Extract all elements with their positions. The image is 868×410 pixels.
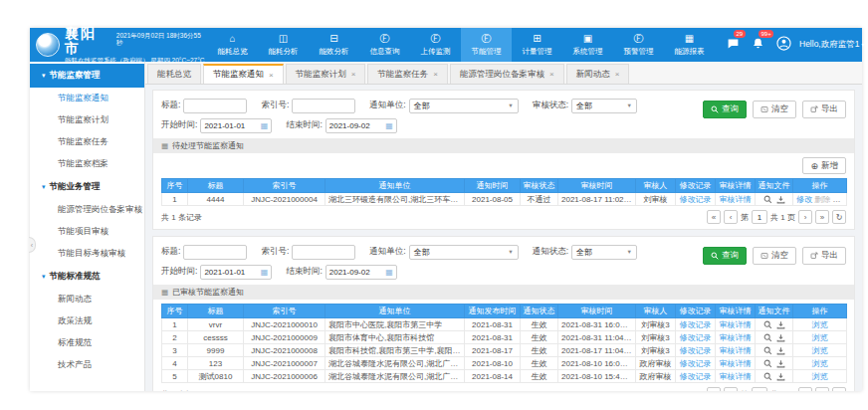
sidebar-item-tech-products[interactable]: 技术产品: [30, 354, 144, 376]
browse-link[interactable]: 浏览: [812, 320, 828, 329]
modify-record-link[interactable]: 修改记录: [680, 346, 712, 355]
pending-clear-button[interactable]: 清空: [753, 101, 796, 118]
nav-item-upload-monitor[interactable]: Ⓕ 上传监测: [410, 28, 461, 62]
nav-item-energy-saving-mgmt[interactable]: Ⓕ 节能管理: [461, 28, 512, 62]
sidebar-item-supervision-task[interactable]: 节能监察任务: [30, 131, 144, 153]
messages-button[interactable]: 29: [727, 36, 740, 54]
audited-notice-status-select[interactable]: 全部▼: [571, 245, 637, 260]
pending-export-button[interactable]: 导出: [802, 101, 846, 118]
sidebar-group-supervision-mgmt[interactable]: ▾ 节能监察管理: [30, 64, 144, 88]
modify-record-link[interactable]: 修改记录: [680, 320, 712, 329]
nav-item-metering-mgmt[interactable]: ⊞ 计量管理: [512, 28, 562, 62]
audited-title-input[interactable]: [183, 245, 247, 260]
next-page-button[interactable]: ›: [798, 387, 812, 391]
refresh-button[interactable]: ↻: [832, 210, 846, 224]
preview-file-icon[interactable]: [763, 320, 772, 329]
preview-file-icon[interactable]: [763, 333, 772, 342]
nav-item-alert-mgmt[interactable]: Ⓕ 预警管理: [613, 28, 664, 62]
close-icon[interactable]: ×: [351, 70, 356, 79]
modify-record-link[interactable]: 修改记录: [680, 359, 712, 368]
pending-index-input[interactable]: [292, 99, 355, 113]
audit-detail-link[interactable]: 审核详情: [720, 333, 752, 342]
modify-record-link[interactable]: 修改记录: [680, 372, 712, 381]
audited-end-date[interactable]: 2021-09-02▦: [326, 265, 397, 280]
nav-item-system-mgmt[interactable]: ▣ 系统管理: [562, 28, 613, 62]
pending-audit-status-select[interactable]: 全部▼: [571, 99, 637, 113]
audit-detail-link[interactable]: 审核详情: [720, 195, 752, 204]
prev-page-button[interactable]: ‹: [724, 210, 738, 224]
audited-unit-select[interactable]: 全部▼: [409, 245, 519, 260]
preview-file-icon[interactable]: [763, 195, 772, 204]
nav-item-energy-report[interactable]: ▦ 能源报表: [664, 28, 715, 62]
pending-title-input[interactable]: [183, 99, 247, 113]
next-page-button[interactable]: ›: [798, 210, 812, 224]
nav-item-energy-analysis[interactable]: ◫ 能耗分析: [258, 28, 309, 62]
download-file-icon[interactable]: [776, 195, 785, 204]
tab-energy-overview[interactable]: 能耗总览: [147, 64, 201, 84]
audited-search-button[interactable]: 查询: [703, 247, 747, 265]
notifications-button[interactable]: 99+: [752, 36, 764, 54]
preview-file-icon[interactable]: [763, 359, 772, 368]
nav-item-efficiency-analysis[interactable]: ⊟ 能效分析: [309, 28, 359, 62]
last-page-button[interactable]: »: [815, 387, 829, 391]
browse-link[interactable]: 浏览: [812, 372, 828, 381]
pending-search-button[interactable]: 查询: [703, 101, 747, 118]
audited-index-input[interactable]: [292, 245, 355, 260]
pending-start-date[interactable]: 2021-01-01▦: [200, 118, 272, 133]
download-file-icon[interactable]: [776, 372, 785, 381]
browse-link[interactable]: 浏览: [812, 359, 828, 368]
sidebar-group-business-mgmt[interactable]: ▾ 节能业务管理: [30, 175, 144, 199]
modify-link[interactable]: 修改: [796, 195, 812, 204]
close-icon[interactable]: ×: [615, 70, 620, 79]
download-file-icon[interactable]: [776, 346, 785, 355]
first-page-button[interactable]: «: [707, 210, 721, 224]
close-icon[interactable]: ×: [549, 70, 554, 79]
modify-record-link[interactable]: 修改记录: [680, 195, 712, 204]
download-file-icon[interactable]: [776, 359, 785, 368]
sidebar-item-standards[interactable]: 标准规范: [30, 332, 144, 354]
audit-detail-link[interactable]: 审核详情: [720, 320, 752, 329]
preview-file-icon[interactable]: [763, 346, 772, 355]
sidebar-item-supervision-archive[interactable]: 节能监察档案: [30, 153, 144, 175]
tab-energy-post-record-audit[interactable]: 能源管理岗位备案审核×: [450, 64, 564, 84]
nav-item-energy-overview[interactable]: ⌂ 能耗总览: [207, 28, 258, 62]
sidebar-item-supervision-plan[interactable]: 节能监察计划: [30, 109, 144, 131]
tab-supervision-plan[interactable]: 节能监察计划×: [286, 64, 366, 84]
audited-export-button[interactable]: 导出: [802, 247, 846, 265]
refresh-button[interactable]: ↻: [832, 387, 846, 391]
delete-link[interactable]: 删除: [814, 195, 830, 204]
add-notice-button[interactable]: ⊕ 新增: [802, 157, 846, 174]
last-page-button[interactable]: »: [815, 210, 829, 224]
tab-news[interactable]: 新闻动态×: [566, 64, 630, 84]
audited-clear-button[interactable]: 清空: [753, 247, 796, 265]
pending-end-date[interactable]: 2021-09-02▦: [326, 118, 397, 133]
page-number-box[interactable]: 1: [752, 387, 767, 391]
sidebar-item-energy-post-record-audit[interactable]: 能源管理岗位备案审核: [30, 199, 144, 221]
user-avatar[interactable]: [776, 36, 791, 55]
browse-link[interactable]: 浏览: [832, 195, 846, 204]
download-file-icon[interactable]: [776, 333, 785, 342]
modify-record-link[interactable]: 修改记录: [680, 333, 712, 342]
audit-detail-link[interactable]: 审核详情: [720, 359, 752, 368]
page-number-box[interactable]: 1: [752, 210, 767, 224]
tab-supervision-task[interactable]: 节能监察任务×: [367, 64, 448, 84]
sidebar-item-policies[interactable]: 政策法规: [30, 310, 144, 332]
download-file-icon[interactable]: [776, 320, 785, 329]
audit-detail-link[interactable]: 审核详情: [720, 372, 752, 381]
audited-start-date[interactable]: 2021-01-01▦: [200, 265, 272, 280]
first-page-button[interactable]: «: [707, 387, 721, 391]
user-greeting[interactable]: Hello,政府监管1▾: [799, 39, 864, 51]
browse-link[interactable]: 浏览: [812, 346, 828, 355]
sidebar-item-supervision-notice[interactable]: 节能监察通知: [30, 88, 144, 109]
pending-unit-select[interactable]: 全部▼: [409, 99, 519, 113]
browse-link[interactable]: 浏览: [812, 333, 828, 342]
sidebar-group-standards[interactable]: ▾ 节能标准规范: [30, 265, 144, 289]
nav-item-info-query[interactable]: Ⓕ 信息查询: [359, 28, 410, 62]
tab-supervision-notice[interactable]: 节能监察通知×: [203, 64, 284, 84]
prev-page-button[interactable]: ‹: [724, 387, 738, 391]
sidebar-item-project-audit[interactable]: 节能项目审核: [30, 221, 144, 243]
close-icon[interactable]: ×: [269, 71, 274, 80]
sidebar-item-news[interactable]: 新闻动态: [30, 289, 144, 310]
preview-file-icon[interactable]: [763, 372, 772, 381]
close-icon[interactable]: ×: [433, 70, 438, 79]
